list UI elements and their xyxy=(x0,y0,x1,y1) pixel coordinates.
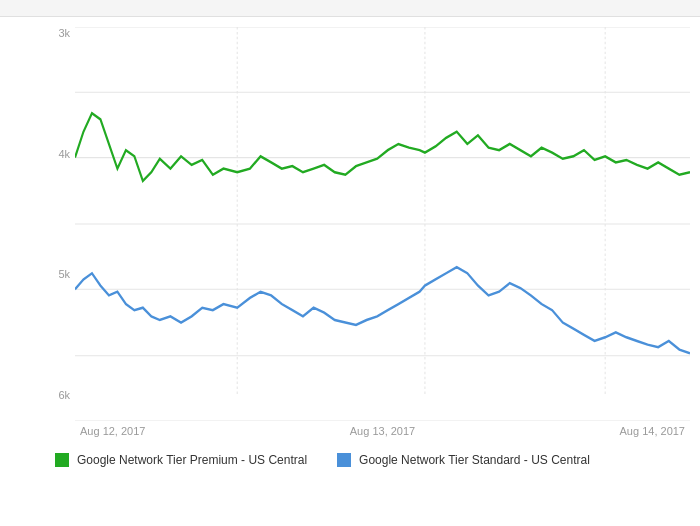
legend-color-box xyxy=(55,453,69,467)
svg-plot xyxy=(75,27,690,421)
y-tick: 3k xyxy=(40,27,70,39)
y-tick: 5k xyxy=(40,268,70,280)
legend: Google Network Tier Premium - US Central… xyxy=(10,437,690,477)
y-ticks: 6k5k4k3k xyxy=(40,27,75,421)
premium-line xyxy=(75,113,690,181)
standard-line xyxy=(75,267,690,353)
filter-bar xyxy=(0,0,700,17)
chart-container: 6k5k4k3k xyxy=(0,17,700,477)
legend-item: Google Network Tier Standard - US Centra… xyxy=(337,453,590,467)
x-label: Aug 12, 2017 xyxy=(80,425,145,437)
chart-area: 6k5k4k3k xyxy=(10,27,690,437)
y-axis-label xyxy=(10,27,40,437)
x-axis-labels: Aug 12, 2017Aug 13, 2017Aug 14, 2017 xyxy=(40,425,690,437)
y-tick: 4k xyxy=(40,148,70,160)
x-label: Aug 14, 2017 xyxy=(620,425,685,437)
x-label: Aug 13, 2017 xyxy=(350,425,415,437)
legend-label: Google Network Tier Standard - US Centra… xyxy=(359,453,590,467)
legend-item: Google Network Tier Premium - US Central xyxy=(55,453,307,467)
legend-color-box xyxy=(337,453,351,467)
y-tick: 6k xyxy=(40,389,70,401)
y-ticks-and-plot: 6k5k4k3k xyxy=(40,27,690,421)
chart-inner: 6k5k4k3k xyxy=(40,27,690,437)
legend-label: Google Network Tier Premium - US Central xyxy=(77,453,307,467)
